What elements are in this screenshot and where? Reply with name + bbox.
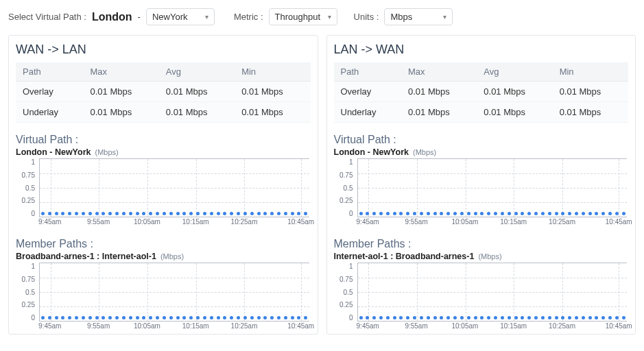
path-from: London (92, 11, 132, 23)
unit-label: (Mbps) (478, 252, 501, 261)
stats-table: PathMaxAvgMinOverlay0.01 Mbps0.01 Mbps0.… (334, 62, 629, 123)
path-separator: - (138, 12, 141, 22)
col-max: Max (83, 62, 158, 82)
virtual-path-name: London - NewYork (334, 147, 409, 157)
member-path-name: Broadband-arnes-1 : Internet-aol-1 (16, 252, 156, 261)
stats-table: PathMaxAvgMinOverlay0.01 Mbps0.01 Mbps0.… (16, 62, 311, 123)
metric-select[interactable]: Throughput ▾ (269, 8, 337, 25)
panel-wan-lan: WAN -> LANPathMaxAvgMinOverlay0.01 Mbps0… (8, 35, 318, 335)
unit-label: (Mbps) (413, 148, 436, 156)
panel-title: WAN -> LAN (16, 43, 311, 57)
chevron-down-icon: ▾ (328, 13, 331, 21)
col-max: Max (401, 62, 477, 82)
col-path: Path (334, 62, 401, 82)
chevron-down-icon: ▾ (205, 13, 208, 21)
col-path: Path (16, 62, 83, 82)
panels: WAN -> LANPathMaxAvgMinOverlay0.01 Mbps0… (8, 35, 636, 335)
col-avg: Avg (477, 62, 552, 82)
member-paths-label: Member Paths : (334, 238, 629, 250)
table-row: Underlay0.01 Mbps0.01 Mbps0.01 Mbps (334, 102, 629, 123)
col-min: Min (553, 62, 628, 82)
unit-label: (Mbps) (160, 252, 184, 261)
units-label: Units : (354, 12, 379, 22)
virtual-path-label: Virtual Path : (16, 134, 311, 146)
unit-label: (Mbps) (95, 148, 119, 156)
col-avg: Avg (159, 62, 235, 82)
table-row: Underlay0.01 Mbps0.01 Mbps0.01 Mbps (16, 102, 311, 123)
member-path-chart: 10.750.50.2509:45am9:55am10:05am10:15am1… (16, 263, 311, 331)
virtual-path-name: London - NewYork (16, 147, 91, 157)
table-row: Overlay0.01 Mbps0.01 Mbps0.01 Mbps (334, 82, 629, 102)
metric-value: Throughput (275, 12, 321, 22)
units-value: Mbps (390, 12, 412, 22)
virtual-path-label: Virtual Path : (334, 134, 629, 146)
filter-bar: Select Virtual Path : London - NewYork ▾… (8, 8, 636, 25)
member-paths-label: Member Paths : (16, 238, 311, 250)
path-to-value: NewYork (152, 12, 188, 22)
table-row: Overlay0.01 Mbps0.01 Mbps0.01 Mbps (16, 82, 311, 102)
select-virtual-path-label: Select Virtual Path : (8, 12, 86, 22)
metric-label: Metric : (234, 12, 263, 22)
path-to-select[interactable]: NewYork ▾ (146, 8, 215, 25)
chevron-down-icon: ▾ (443, 13, 446, 21)
member-path-name: Internet-aol-1 : Broadband-arnes-1 (334, 252, 475, 261)
col-min: Min (235, 62, 310, 82)
panel-lan-wan: LAN -> WANPathMaxAvgMinOverlay0.01 Mbps0… (326, 35, 636, 335)
virtual-path-chart: 10.750.50.2509:45am9:55am10:05am10:15am1… (16, 158, 311, 227)
member-path-chart: 10.750.50.2509:45am9:55am10:05am10:15am1… (334, 263, 629, 331)
panel-title: LAN -> WAN (334, 43, 629, 57)
virtual-path-chart: 10.750.50.2509:45am9:55am10:05am10:15am1… (334, 158, 629, 227)
units-select[interactable]: Mbps ▾ (384, 8, 453, 25)
